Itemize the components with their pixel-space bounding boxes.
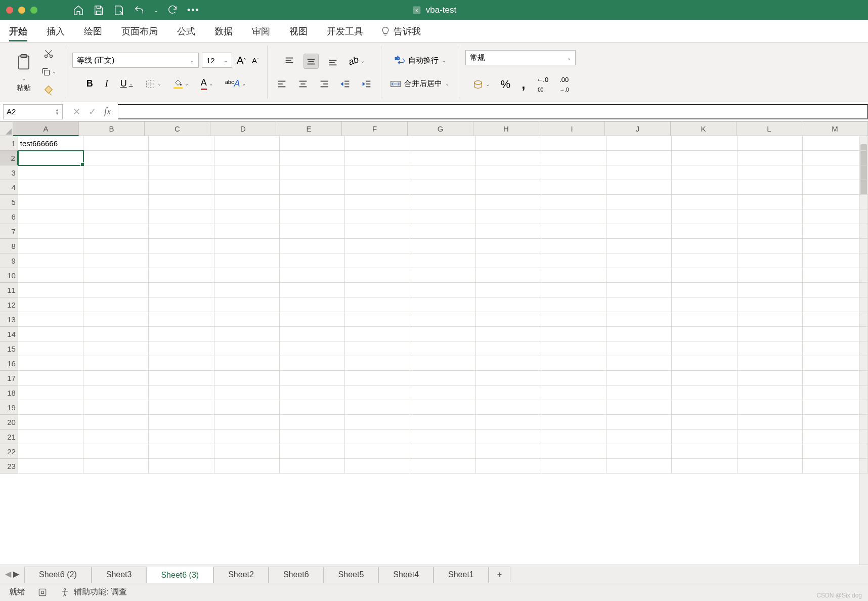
tab-review[interactable]: 审阅	[250, 20, 272, 42]
underline-button[interactable]: U⌄	[119, 77, 135, 91]
cell-C13[interactable]	[149, 312, 214, 327]
select-all-corner[interactable]	[0, 122, 13, 136]
cell-L18[interactable]	[737, 385, 803, 400]
row-header-6[interactable]: 6	[0, 209, 18, 224]
cell-F11[interactable]	[345, 283, 410, 297]
cell-J14[interactable]	[606, 327, 672, 341]
cell-F16[interactable]	[345, 356, 410, 371]
cell-K2[interactable]	[672, 151, 737, 165]
cell-E7[interactable]	[280, 224, 345, 239]
cell-F23[interactable]	[345, 459, 410, 474]
column-header-A[interactable]: A	[13, 122, 79, 136]
row-header-16[interactable]: 16	[0, 356, 18, 371]
cell-G7[interactable]	[410, 224, 475, 239]
cell-K10[interactable]	[672, 268, 737, 283]
cell-B3[interactable]	[83, 165, 149, 180]
cell-B14[interactable]	[83, 327, 149, 341]
cell-G20[interactable]	[410, 415, 475, 430]
cell-M10[interactable]	[803, 268, 868, 283]
cell-I5[interactable]	[541, 195, 606, 209]
increase-font-button[interactable]: A^	[235, 53, 247, 68]
cell-H8[interactable]	[476, 239, 541, 253]
cell-M8[interactable]	[803, 239, 868, 253]
cell-A12[interactable]	[18, 297, 83, 312]
format-painter-button[interactable]	[39, 83, 58, 98]
cell-D20[interactable]	[214, 415, 280, 430]
cell-M23[interactable]	[803, 459, 868, 474]
cell-L19[interactable]	[737, 400, 803, 415]
cell-F18[interactable]	[345, 385, 410, 400]
cell-G3[interactable]	[410, 165, 475, 180]
row-header-5[interactable]: 5	[0, 195, 18, 209]
cell-L13[interactable]	[737, 312, 803, 327]
sheet-prev-icon[interactable]: ◀	[5, 569, 11, 579]
cell-I13[interactable]	[541, 312, 606, 327]
tab-page-layout[interactable]: 页面布局	[119, 20, 160, 42]
cell-K12[interactable]	[672, 297, 737, 312]
cell-B19[interactable]	[83, 400, 149, 415]
cell-L12[interactable]	[737, 297, 803, 312]
cell-A4[interactable]	[18, 180, 83, 195]
row-header-10[interactable]: 10	[0, 268, 18, 283]
tab-draw[interactable]: 绘图	[82, 20, 104, 42]
cell-B8[interactable]	[83, 239, 149, 253]
sheet-tab[interactable]: Sheet6 (2)	[24, 567, 92, 583]
cell-D22[interactable]	[214, 444, 280, 459]
decrease-decimal-button[interactable]: .00→.0	[558, 74, 570, 94]
cell-D13[interactable]	[214, 312, 280, 327]
redo-icon[interactable]	[167, 5, 178, 16]
cell-C1[interactable]	[149, 136, 214, 151]
tab-developer[interactable]: 开发工具	[325, 20, 365, 42]
cell-E23[interactable]	[280, 459, 345, 474]
undo-icon[interactable]	[134, 5, 145, 16]
cell-I3[interactable]	[541, 165, 606, 180]
decrease-indent-button[interactable]	[338, 77, 353, 91]
cell-C7[interactable]	[149, 224, 214, 239]
cell-L21[interactable]	[737, 430, 803, 444]
add-sheet-button[interactable]: +	[489, 567, 510, 582]
cell-C15[interactable]	[149, 341, 214, 356]
cell-M5[interactable]	[803, 195, 868, 209]
cell-C23[interactable]	[149, 459, 214, 474]
cell-M19[interactable]	[803, 400, 868, 415]
row-header-4[interactable]: 4	[0, 180, 18, 195]
cell-A17[interactable]	[18, 371, 83, 385]
cell-J10[interactable]	[606, 268, 672, 283]
cell-G11[interactable]	[410, 283, 475, 297]
cell-K8[interactable]	[672, 239, 737, 253]
cell-H13[interactable]	[476, 312, 541, 327]
cell-D4[interactable]	[214, 180, 280, 195]
cell-M9[interactable]	[803, 253, 868, 268]
cell-K19[interactable]	[672, 400, 737, 415]
cell-L4[interactable]	[737, 180, 803, 195]
cell-C8[interactable]	[149, 239, 214, 253]
row-header-12[interactable]: 12	[0, 297, 18, 312]
row-header-15[interactable]: 15	[0, 341, 18, 356]
cell-D16[interactable]	[214, 356, 280, 371]
grid-body[interactable]: 1test66666623456789101112131415161718192…	[0, 136, 868, 565]
cell-K22[interactable]	[672, 444, 737, 459]
cell-K7[interactable]	[672, 224, 737, 239]
cell-J21[interactable]	[606, 430, 672, 444]
cell-E1[interactable]	[280, 136, 345, 151]
tell-me-search[interactable]: 告诉我	[380, 25, 421, 37]
align-right-button[interactable]	[317, 77, 331, 91]
cell-J6[interactable]	[606, 209, 672, 224]
cell-F19[interactable]	[345, 400, 410, 415]
cell-J15[interactable]	[606, 341, 672, 356]
row-header-19[interactable]: 19	[0, 400, 18, 415]
font-name-select[interactable]: 等线 (正文)⌄	[72, 53, 199, 68]
row-header-11[interactable]: 11	[0, 283, 18, 297]
cell-M15[interactable]	[803, 341, 868, 356]
column-header-L[interactable]: L	[736, 122, 802, 136]
row-header-9[interactable]: 9	[0, 253, 18, 268]
cell-B11[interactable]	[83, 283, 149, 297]
cell-H11[interactable]	[476, 283, 541, 297]
cell-M1[interactable]	[803, 136, 868, 151]
cell-G5[interactable]	[410, 195, 475, 209]
align-center-button[interactable]	[296, 77, 310, 91]
cell-J1[interactable]	[606, 136, 672, 151]
paste-button[interactable]	[13, 52, 34, 75]
tab-insert[interactable]: 插入	[45, 20, 67, 42]
cell-L23[interactable]	[737, 459, 803, 474]
